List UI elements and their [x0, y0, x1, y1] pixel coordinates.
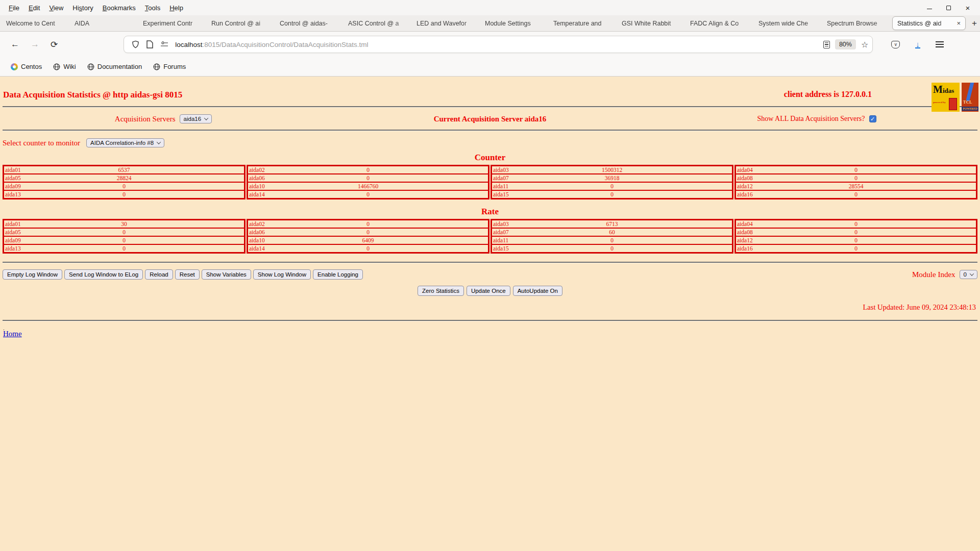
bookmark-centos[interactable]: Centos — [6, 61, 46, 72]
tab-aida[interactable]: AIDA — [70, 15, 139, 32]
stat-value: 36918 — [492, 174, 732, 182]
counter-quarter-3: aida031500312aida0736918aida110aida150 — [491, 165, 733, 199]
show-variables-button[interactable]: Show Variables — [202, 269, 251, 280]
bookmark-wiki[interactable]: Wiki — [48, 61, 81, 72]
stat-cell: aida110 — [492, 236, 733, 244]
stat-cell: aida140 — [248, 190, 489, 199]
stat-label: aida09 — [5, 183, 21, 190]
menu-file[interactable]: File — [4, 4, 24, 12]
tab-welcome-to-cent[interactable]: Welcome to Cent — [2, 15, 70, 32]
show-all-checkbox[interactable]: ✓ — [869, 115, 876, 122]
zero-statistics-button[interactable]: Zero Statistics — [418, 286, 464, 296]
bookmark-documentation[interactable]: Documentation — [83, 61, 146, 72]
bookmark-forums[interactable]: Forums — [149, 61, 190, 72]
page-info-icon[interactable] — [143, 40, 157, 48]
permissions-icon[interactable] — [157, 41, 172, 47]
tab-label: Experiment Contr — [143, 20, 207, 27]
menu-view[interactable]: View — [44, 4, 68, 12]
stat-label: aida06 — [249, 174, 265, 182]
pocket-icon[interactable]: ∨ — [891, 41, 900, 48]
empty-log-window-button[interactable]: Empty Log Window — [3, 269, 62, 280]
tab-gsi-white-rabbit[interactable]: GSI White Rabbit — [618, 15, 686, 32]
acquisition-server-selected-value: aida16 — [184, 116, 202, 122]
reader-view-icon[interactable] — [823, 41, 830, 48]
url-text[interactable]: localhost:8015/DataAcquisitionControl/Da… — [175, 41, 823, 48]
tab-spectrum-browse[interactable]: Spectrum Browse — [823, 15, 891, 32]
last-updated-text: Last Updated: June 09, 2024 23:48:13 — [0, 303, 976, 312]
show-all-label: Show ALL Data Acquisition Servers? — [757, 115, 865, 123]
stat-label: aida15 — [493, 245, 509, 252]
stat-value: 6713 — [492, 220, 732, 228]
module-index-group: Module Index 0 — [912, 270, 977, 279]
enable-logging-button[interactable]: Enable Logging — [313, 269, 363, 280]
menu-tools[interactable]: Tools — [140, 4, 165, 12]
stat-value: 60 — [492, 229, 732, 236]
page-header: Data Acquisition Statistics @ http aidas… — [0, 77, 980, 100]
stat-value: 0 — [248, 166, 488, 173]
reset-button[interactable]: Reset — [175, 269, 200, 280]
update-once-button[interactable]: Update Once — [467, 286, 510, 296]
stat-label: aida04 — [737, 166, 753, 173]
stat-cell: aida0130 — [4, 220, 245, 229]
send-log-window-to-elog-button[interactable]: Send Log Window to ELog — [64, 269, 143, 280]
stat-cell: aida060 — [248, 174, 489, 182]
tcl-logo[interactable]: TCL POWERED — [962, 83, 978, 112]
menu-history[interactable]: History — [68, 4, 97, 12]
divider — [3, 106, 977, 108]
zoom-level-badge[interactable]: 80% — [835, 39, 856, 49]
minimize-icon[interactable] — [927, 6, 932, 9]
menu-hamburger-icon[interactable] — [936, 41, 944, 47]
tab-asic-control-a[interactable]: ASIC Control @ a — [344, 15, 412, 32]
tab-fadc-align-co[interactable]: FADC Align & Co — [686, 15, 754, 32]
counter-select-label: Select counter to monitor — [3, 139, 80, 147]
stat-label: aida14 — [249, 245, 265, 252]
divider — [3, 320, 977, 321]
tab-control-aidas[interactable]: Control @ aidas- — [276, 15, 344, 32]
tab-label: Run Control @ ai — [211, 20, 276, 27]
rate-quarter-4: aida040aida080aida120aida160 — [734, 219, 977, 254]
page-title: Data Acquisition Statistics @ http aidas… — [3, 90, 182, 100]
stat-cell: aida020 — [248, 220, 489, 229]
autoupdate-on-button[interactable]: AutoUpdate On — [513, 286, 562, 296]
reload-icon[interactable]: ⟳ — [45, 39, 63, 50]
reload-button[interactable]: Reload — [145, 269, 173, 280]
stat-value: 0 — [248, 245, 488, 252]
url-bar[interactable]: localhost:8015/DataAcquisitionControl/Da… — [124, 36, 873, 53]
stat-label: aida13 — [5, 245, 21, 252]
navigation-toolbar: ← → ⟳ localhost:8015/DataAcquisitionCont… — [0, 32, 980, 57]
stat-value: 1500312 — [492, 166, 732, 173]
downloads-icon[interactable]: ↓ — [915, 41, 920, 48]
tab-system-wide-che[interactable]: System wide Che — [754, 15, 823, 32]
stat-value: 0 — [248, 174, 488, 182]
menu-edit[interactable]: Edit — [24, 4, 44, 12]
tab-label: LED and Wavefor — [416, 20, 481, 27]
module-index-select[interactable]: 0 — [960, 270, 977, 279]
forward-icon[interactable]: → — [25, 39, 45, 49]
tab-close-icon[interactable]: × — [954, 19, 963, 27]
stat-value: 0 — [248, 229, 488, 236]
tab-module-settings[interactable]: Module Settings — [481, 15, 549, 32]
stat-value: 0 — [736, 229, 976, 236]
new-tab-button[interactable]: + — [967, 18, 980, 29]
midas-powered-by: powered by — [933, 101, 946, 104]
bookmark-star-icon[interactable]: ☆ — [861, 40, 868, 49]
maximize-icon[interactable] — [946, 6, 951, 10]
close-window-icon[interactable]: × — [965, 5, 971, 11]
acquisition-server-select[interactable]: aida16 — [180, 114, 212, 123]
shield-icon[interactable] — [128, 40, 143, 48]
back-icon[interactable]: ← — [5, 39, 25, 49]
menu-bookmarks[interactable]: Bookmarks — [98, 4, 140, 12]
globe-icon — [53, 63, 60, 70]
tab-led-and-wavefor[interactable]: LED and Wavefor — [412, 15, 481, 32]
tab-run-control-ai[interactable]: Run Control @ ai — [207, 15, 276, 32]
tab-experiment-contr[interactable]: Experiment Contr — [139, 15, 207, 32]
tab-statistics-aid[interactable]: Statistics @ aid× — [892, 16, 966, 30]
midas-logo[interactable]: Midas powered by — [932, 83, 960, 112]
tab-temperature-and[interactable]: Temperature and — [549, 15, 618, 32]
stat-cell: aida036713 — [492, 220, 733, 229]
stat-label: aida01 — [5, 166, 21, 173]
home-link[interactable]: Home — [3, 330, 22, 338]
counter-select[interactable]: AIDA Correlation-info #8 — [86, 138, 164, 147]
menu-help[interactable]: Help — [165, 4, 188, 12]
show-log-window-button[interactable]: Show Log Window — [253, 269, 311, 280]
